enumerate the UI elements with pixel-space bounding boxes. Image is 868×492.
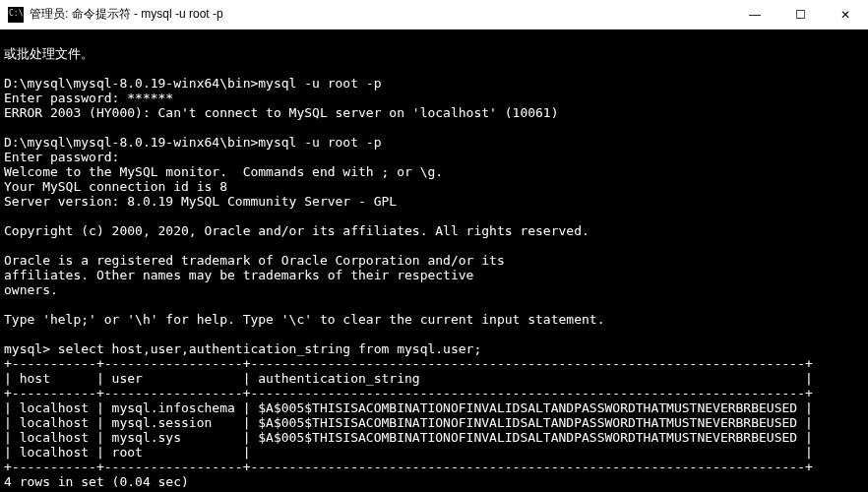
terminal-line: Type 'help;' or '\h' for help. Type '\c'… (4, 312, 604, 327)
terminal-line: Enter password: (4, 150, 119, 164)
window-title: 管理员: 命令提示符 - mysql -u root -p (30, 6, 732, 23)
terminal-line: ERROR 2003 (HY000): Can't connect to MyS… (4, 105, 559, 120)
terminal-line: Welcome to the MySQL monitor. Commands e… (4, 164, 443, 179)
table-border: +-----------+------------------+--------… (4, 386, 813, 400)
maximize-button[interactable]: ☐ (777, 0, 823, 29)
terminal-line: Your MySQL connection id is 8 (4, 179, 227, 194)
table-row: | localhost | mysql.sys | $A$005$THISISA… (4, 430, 813, 445)
close-button[interactable]: ✕ (823, 0, 868, 29)
terminal-line: affiliates. Other names may be trademark… (4, 268, 473, 282)
table-border: +-----------+------------------+--------… (4, 460, 813, 474)
terminal-line: Oracle is a registered trademark of Orac… (4, 253, 505, 268)
terminal-line: Copyright (c) 2000, 2020, Oracle and/or … (4, 223, 589, 238)
terminal-line: D:\mysql\mysql-8.0.19-winx64\bin>mysql -… (4, 135, 382, 150)
minimize-button[interactable]: — (732, 0, 777, 29)
terminal-line: D:\mysql\mysql-8.0.19-winx64\bin>mysql -… (4, 76, 382, 91)
terminal-output[interactable]: 或批处理文件。 D:\mysql\mysql-8.0.19-winx64\bin… (0, 30, 868, 492)
cmd-icon (8, 7, 24, 23)
table-header-row: | host | user | authentication_string | (4, 371, 813, 386)
terminal-line: mysql> select host,user,authentication_s… (4, 341, 481, 356)
table-row: | localhost | mysql.infoschema | $A$005$… (4, 400, 813, 415)
terminal-line: Enter password: ****** (4, 91, 173, 105)
terminal-line: 4 rows in set (0.04 sec) (4, 474, 189, 489)
table-border: +-----------+------------------+--------… (4, 356, 813, 371)
terminal-line: owners. (4, 282, 58, 297)
terminal-line: 或批处理文件。 (4, 46, 93, 61)
table-row: | localhost | root | | (4, 445, 813, 460)
table-row: | localhost | mysql.session | $A$005$THI… (4, 415, 813, 430)
window-titlebar: 管理员: 命令提示符 - mysql -u root -p — ☐ ✕ (0, 0, 868, 30)
terminal-line: Server version: 8.0.19 MySQL Community S… (4, 194, 397, 209)
window-controls: — ☐ ✕ (732, 0, 868, 29)
